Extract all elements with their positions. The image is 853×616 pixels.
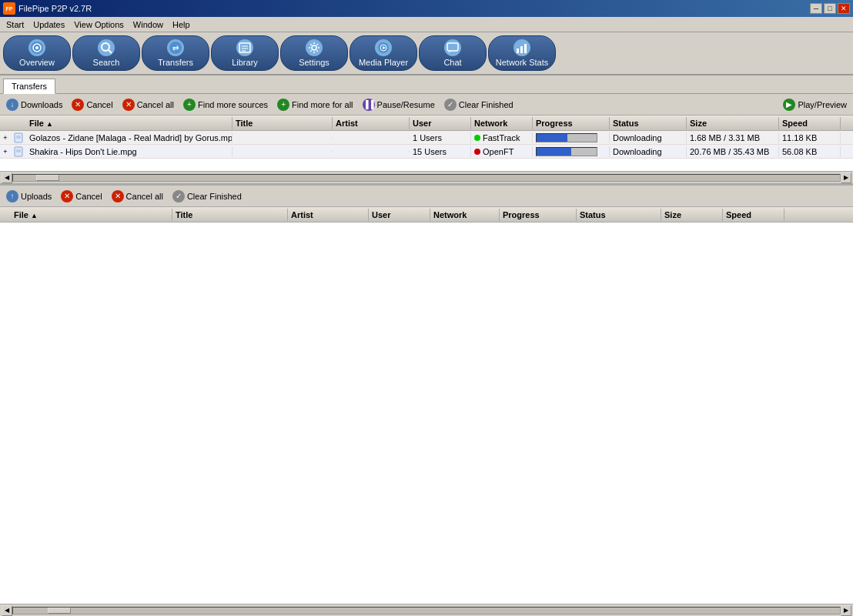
network-status-dot-1 (474, 135, 480, 141)
table-row: + Golazos - Zidane [Malaga - Real Madrid… (0, 131, 853, 145)
svg-rect-19 (517, 49, 519, 53)
nav-overview-label: Overview (19, 58, 55, 67)
progress-bar-2 (536, 147, 597, 156)
search-icon (98, 39, 115, 56)
expand-row-1[interactable]: + (0, 134, 11, 142)
downloads-icon: ↓ (6, 99, 18, 111)
ul-col-file[interactable]: File ▲ (11, 209, 172, 221)
minimize-button[interactable]: ─ (810, 3, 822, 14)
downloads-cancel-all-icon: ✕ (122, 99, 135, 111)
nav-library[interactable]: Library (211, 35, 279, 71)
progress-bar-1 (536, 133, 597, 142)
dl-col-speed[interactable]: Speed (779, 117, 841, 129)
svg-point-13 (312, 45, 316, 50)
scroll-thumb-1[interactable] (36, 175, 59, 181)
find-more-for-all-button[interactable]: + Find more for all (274, 97, 356, 112)
dl-row1-user: 1 Users (410, 132, 471, 143)
scroll-thumb-2[interactable] (48, 608, 71, 614)
dl-row1-network: FastTrack (471, 132, 533, 143)
svg-point-4 (35, 46, 38, 49)
scroll-track-1[interactable] (12, 174, 841, 182)
dl-col-network[interactable]: Network (471, 117, 533, 129)
dl-row2-user: 15 Users (410, 146, 471, 157)
uploads-clear-finished-button[interactable]: ✓ Clear Finished (169, 189, 245, 204)
network-status-dot-2 (474, 149, 480, 155)
downloads-hscrollbar[interactable]: ◀ ▶ (0, 171, 853, 183)
dl-row2-network: OpenFT (471, 146, 533, 157)
overview-icon (28, 39, 45, 56)
uploads-cancel-all-button[interactable]: ✕ Cancel all (109, 189, 166, 204)
expand-row-2[interactable]: + (0, 148, 11, 156)
dl-row1-size: 1.68 MB / 3.31 MB (687, 132, 779, 143)
downloads-cancel-button[interactable]: ✕ Cancel (69, 97, 115, 112)
pause-resume-button[interactable]: ▐▐ Pause/Resume (360, 97, 438, 112)
ul-col-progress[interactable]: Progress (500, 209, 577, 221)
ul-col-size[interactable]: Size (661, 209, 723, 221)
dl-row1-status: Downloading (610, 132, 687, 143)
ul-col-status[interactable]: Status (577, 209, 661, 221)
play-preview-button[interactable]: ▶ Play/Preview (780, 97, 850, 112)
ul-col-speed[interactable]: Speed (723, 209, 784, 221)
menu-help[interactable]: Help (168, 18, 195, 31)
downloads-cancel-all-button[interactable]: ✕ Cancel all (119, 97, 177, 112)
titlebar: FP FilePipe P2P v2.7R ─ □ ✕ (0, 0, 853, 17)
ul-col-user[interactable]: User (369, 209, 430, 221)
scroll-left-1[interactable]: ◀ (2, 172, 12, 183)
menu-view-options[interactable]: View Options (69, 18, 129, 31)
scroll-track-2[interactable] (12, 607, 841, 614)
svg-text:⇄: ⇄ (172, 44, 179, 52)
dl-row2-file: Shakira - Hips Don't Lie.mpg (26, 146, 232, 157)
clear-finished-button[interactable]: ✓ Clear Finished (441, 97, 517, 112)
dl-col-artist[interactable]: Artist (333, 117, 410, 129)
uploads-cancel-button[interactable]: ✕ Cancel (58, 189, 105, 204)
dl-row1-progress (533, 132, 610, 143)
svg-rect-21 (524, 44, 527, 53)
ul-col-artist[interactable]: Artist (288, 209, 369, 221)
dl-col-title[interactable]: Title (232, 117, 333, 129)
nav-overview[interactable]: Overview (3, 35, 71, 71)
nav-media-player[interactable]: Media Player (350, 35, 417, 71)
uploads-hscrollbar[interactable]: ◀ ▶ (0, 604, 853, 616)
dl-row1-artist (333, 137, 410, 139)
uploads-table-content (0, 223, 853, 604)
dl-col-status[interactable]: Status (610, 117, 687, 129)
dl-row1-file: Golazos - Zidane [Malaga - Real Madrid] … (26, 132, 232, 143)
nav-network-stats[interactable]: Network Stats (488, 35, 556, 71)
network-stats-icon (513, 39, 530, 56)
find-more-sources-icon: + (183, 99, 196, 111)
svg-line-6 (109, 50, 112, 53)
restore-button[interactable]: □ (824, 3, 836, 14)
dl-col-size[interactable]: Size (687, 117, 779, 129)
tab-transfers[interactable]: Transfers (3, 79, 55, 94)
progress-fill-1 (537, 134, 567, 142)
dl-row2-size: 20.76 MB / 35.43 MB (687, 146, 779, 157)
scroll-left-2[interactable]: ◀ (2, 605, 12, 616)
nav-search[interactable]: Search (72, 35, 140, 71)
ul-col-title[interactable]: Title (172, 209, 288, 221)
dl-col-file[interactable]: File ▲ (26, 117, 232, 129)
menu-window[interactable]: Window (129, 18, 168, 31)
close-button[interactable]: ✕ (838, 3, 850, 14)
file-icon-2 (13, 146, 24, 157)
uploads-button[interactable]: ↑ Uploads (3, 189, 55, 204)
nav-media-player-label: Media Player (359, 58, 408, 67)
nav-transfers[interactable]: ⇄ Transfers (142, 35, 209, 71)
svg-point-5 (102, 43, 109, 51)
nav-chat[interactable]: Chat (419, 35, 487, 71)
ul-col-network[interactable]: Network (430, 209, 500, 221)
downloads-table-header: File ▲ Title Artist User Network Progres… (0, 116, 853, 131)
nav-settings[interactable]: Settings (280, 35, 348, 71)
scroll-right-2[interactable]: ▶ (841, 605, 851, 616)
scroll-right-1[interactable]: ▶ (841, 172, 851, 183)
find-more-sources-button[interactable]: + Find more sources (180, 97, 271, 112)
uploads-icon: ↑ (6, 190, 18, 203)
dl-col-progress[interactable]: Progress (533, 117, 610, 129)
find-more-for-all-icon: + (277, 99, 289, 111)
dl-col-user[interactable]: User (410, 117, 471, 129)
uploads-clear-finished-icon: ✓ (172, 190, 185, 203)
downloads-button[interactable]: ↓ Downloads (3, 97, 65, 112)
menu-updates[interactable]: Updates (28, 18, 69, 31)
menu-start[interactable]: Start (2, 18, 28, 31)
downloads-cancel-icon: ✕ (72, 99, 84, 111)
media-player-icon (375, 39, 392, 56)
